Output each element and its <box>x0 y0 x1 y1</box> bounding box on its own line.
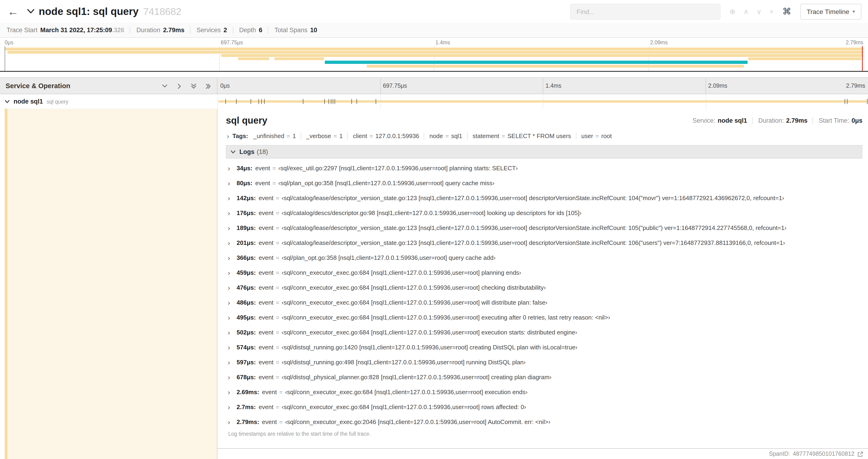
log-timestamp: 495μs: <box>237 314 256 321</box>
log-timestamp: 486μs: <box>237 299 256 306</box>
log-entry[interactable]: › 176μs: event = ‹sql/catalog/descs/desc… <box>226 205 862 220</box>
span-collapse-icon[interactable] <box>5 100 10 103</box>
log-entry[interactable]: › 80μs: event = ‹sql/plan_opt.go:358 [ns… <box>226 175 862 190</box>
span-row-label[interactable]: node sql1 sql query <box>0 94 217 109</box>
log-event-marker <box>329 99 329 104</box>
timeline-tick-label: 2.79ms <box>846 83 865 89</box>
log-equals: = <box>276 194 279 201</box>
tag-value: SELECT * FROM users <box>507 132 571 139</box>
expanded-span-accent-column <box>0 109 217 459</box>
tag-key: user <box>581 132 593 139</box>
expand-all-icon[interactable] <box>205 83 211 89</box>
span-color-fill <box>7 109 217 459</box>
span-id-value: 4877749850101760812 <box>793 451 855 457</box>
back-button[interactable]: ← <box>7 6 19 17</box>
log-timestamp: 176μs: <box>237 209 256 216</box>
tag-value: 1 <box>292 132 296 139</box>
find-input[interactable] <box>570 3 721 19</box>
chevron-right-icon: › <box>228 254 230 261</box>
log-timestamp: 2.79ms: <box>237 418 259 425</box>
tag-item: statement = SELECT * FROM users <box>467 132 571 139</box>
trace-info-label: Duration <box>136 27 160 34</box>
span-summary-item: Duration: 2.79ms <box>752 117 808 124</box>
log-timestamp: 574μs: <box>237 343 256 351</box>
trace-info-item: Total Spans 10 <box>268 27 317 34</box>
tags-row[interactable]: › Tags: _unfinished = 1 _verbose <box>226 132 862 139</box>
logs-note: Log timestamps are relative to the start… <box>228 431 862 437</box>
chevron-right-icon: › <box>228 209 230 216</box>
page-header: ← node sql1: sql query 7418682 ⊕ ∧ ∨ × ⌘… <box>0 0 868 23</box>
log-timestamp: 142μs: <box>237 194 256 201</box>
span-bar-area[interactable] <box>217 94 868 109</box>
minimap-left-drag-handle[interactable] <box>5 46 5 71</box>
clear-search-icon[interactable]: × <box>770 8 774 15</box>
minimap-tick-label: 697.75μs <box>221 40 243 45</box>
span-detail-column: sql query Service: node sql1 Duration: 2… <box>217 109 868 459</box>
minimap-tick-label: 1.4ms <box>435 40 450 45</box>
span-row-node-sql1[interactable]: node sql1 sql query <box>0 94 868 109</box>
log-entry[interactable]: › 486μs: event = ‹sql/conn_executor_exec… <box>226 295 862 310</box>
chevron-down-icon: ▾ <box>852 9 855 14</box>
collapse-one-icon[interactable] <box>161 83 168 89</box>
logs-section-header[interactable]: Logs (18) <box>226 145 862 159</box>
trace-info-value: 10 <box>310 27 317 34</box>
trace-info-item: Depth 6 <box>232 27 262 34</box>
log-entry[interactable]: › 678μs: event = ‹sql/distsql_physical_p… <box>226 369 862 384</box>
log-entry[interactable]: › 597μs: event = ‹sql/distsql_running.go… <box>226 355 862 369</box>
minimap-plot[interactable] <box>5 46 863 71</box>
span-summary-label: Service: <box>692 117 715 124</box>
expand-one-icon[interactable] <box>176 83 183 89</box>
log-timestamp: 80μs: <box>237 179 252 186</box>
log-equals: = <box>276 239 279 246</box>
collapse-trace-header-icon[interactable] <box>27 9 34 14</box>
trace-minimap[interactable]: 0μs 697.75μs 1.4ms 2.09ms 2.79ms <box>0 38 868 72</box>
tag-value: root <box>601 132 612 139</box>
collapse-all-icon[interactable] <box>190 83 197 89</box>
trace-timeline-dropdown[interactable]: Trace Timeline ▾ <box>800 3 862 19</box>
minimap-span-bar <box>325 61 748 64</box>
chevron-right-icon: › <box>228 239 230 246</box>
timeline-section: Service & Operation <box>0 77 868 109</box>
log-entry[interactable]: › 2.79ms: event = ‹sql/conn_executor_exe… <box>226 414 862 429</box>
log-entry[interactable]: › 201μs: event = ‹sql/catalog/lease/desc… <box>226 235 862 250</box>
span-operation-name: sql query <box>46 99 68 104</box>
trace-info-value: 2 <box>223 27 227 34</box>
previous-result-icon[interactable]: ∧ <box>743 8 748 15</box>
zoom-plus-icon[interactable]: ⊕ <box>730 8 736 15</box>
keyboard-shortcuts-button[interactable]: ⌘ <box>782 7 791 16</box>
log-entry[interactable]: › 459μs: event = ‹sql/conn_executor_exec… <box>226 265 862 280</box>
span-color-stripe <box>5 109 7 459</box>
log-field-key: event <box>258 194 274 201</box>
logs-label: Logs <box>239 148 254 155</box>
trace-info-label: Trace Start <box>6 27 37 34</box>
tag-equals: = <box>595 132 599 139</box>
log-entry[interactable]: › 574μs: event = ‹sql/distsql_running.go… <box>226 339 862 355</box>
log-entry[interactable]: › 2.7ms: event = ‹sql/conn_executor_exec… <box>226 399 862 414</box>
log-entry[interactable]: › 366μs: event = ‹sql/plan_opt.go:358 [n… <box>226 250 862 265</box>
trace-info-item: Duration 2.79ms <box>130 27 185 34</box>
minimap-cursor-line[interactable] <box>862 46 863 71</box>
tag-equals: = <box>445 132 449 139</box>
tag-value: sql1 <box>451 132 462 139</box>
log-entry[interactable]: › 34μs: event = ‹sql/exec_util.go:2297 [… <box>226 160 862 175</box>
log-entry[interactable]: › 2.69ms: event = ‹sql/conn_executor_exe… <box>226 384 862 399</box>
chevron-down-icon <box>230 150 236 154</box>
log-equals: = <box>273 164 276 171</box>
log-event-marker <box>335 99 335 104</box>
log-event-marker <box>324 99 325 104</box>
deep-link-icon[interactable] <box>857 451 863 457</box>
trace-info-value-suffix: .326 <box>112 27 124 34</box>
log-event-marker <box>351 99 352 104</box>
log-field-key: event <box>258 343 274 351</box>
chevron-right-icon: › <box>228 224 230 231</box>
log-event-marker <box>333 99 334 104</box>
log-entry[interactable]: › 189μs: event = ‹sql/catalog/lease/desc… <box>226 220 862 235</box>
chevron-right-icon: › <box>228 164 230 171</box>
log-entry[interactable]: › 495μs: event = ‹sql/conn_executor_exec… <box>226 310 862 325</box>
log-entry[interactable]: › 502μs: event = ‹sql/conn_executor_exec… <box>226 325 862 339</box>
next-result-icon[interactable]: ∨ <box>756 8 762 15</box>
log-entry[interactable]: › 476μs: event = ‹sql/conn_executor_exec… <box>226 280 862 295</box>
log-equals: = <box>276 403 279 410</box>
log-equals: = <box>276 358 279 365</box>
log-entry[interactable]: › 142μs: event = ‹sql/catalog/lease/desc… <box>226 190 862 205</box>
